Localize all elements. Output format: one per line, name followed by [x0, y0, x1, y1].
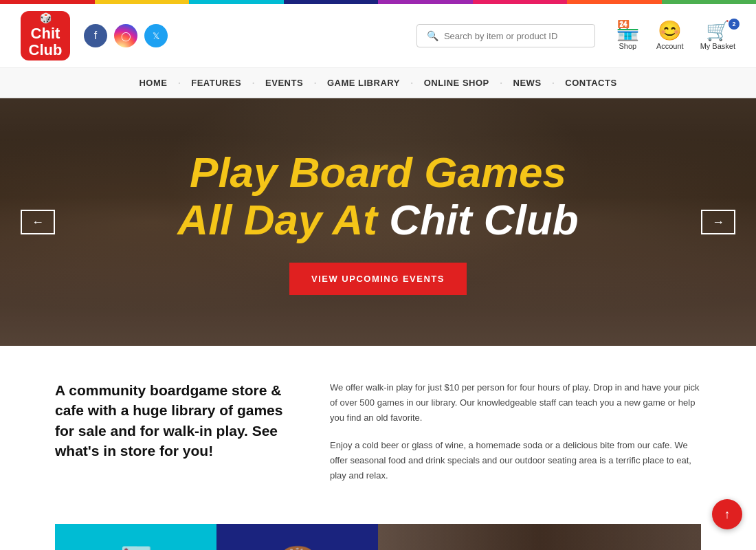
nav-dot-3: • [314, 80, 316, 86]
nav-dot-2: • [252, 80, 254, 86]
main-nav: HOME • FEATURES • EVENTS • GAME LIBRARY … [0, 68, 756, 98]
logo-dice: 🎲 [40, 13, 52, 23]
hero-title-white: Chit Club [389, 196, 579, 243]
hero-title-line2: All Day At Chit Club [177, 197, 578, 243]
header: 🎲 Chit Club f ◯ 𝕏 🔍 🏪 Shop 😊 Account 🛒 2… [0, 4, 756, 68]
account-button[interactable]: 😊 Account [656, 21, 684, 50]
about-paragraph-1: We offer walk-in play for just $10 per p… [330, 380, 701, 426]
nav-features[interactable]: FEATURES [191, 68, 241, 98]
about-text-container: We offer walk-in play for just $10 per p… [330, 380, 701, 496]
nav-dot-6: • [553, 80, 555, 86]
basket-button[interactable]: 🛒 2 My Basket [700, 21, 735, 50]
social-icons: f ◯ 𝕏 [84, 24, 168, 47]
nav-events[interactable]: EVENTS [265, 68, 303, 98]
nav-home[interactable]: HOME [139, 68, 167, 98]
about-heading: A community boardgame store & cafe with … [55, 380, 289, 461]
hero-title-line1: Play Board Games [177, 149, 578, 196]
basket-label: My Basket [700, 42, 735, 50]
hero-prev-button[interactable]: ← [21, 210, 55, 234]
hero-title-yellow: All Day At [177, 196, 389, 243]
search-input[interactable] [444, 31, 585, 41]
nav-dot-5: • [500, 80, 502, 86]
right-arrow-icon: → [712, 215, 724, 230]
search-icon: 🔍 [427, 30, 438, 41]
nav-contacts[interactable]: CONTACTS [565, 68, 616, 98]
about-section: A community boardgame store & cafe with … [0, 346, 756, 524]
account-icon: 😊 [658, 21, 682, 41]
hero-content: Play Board Games All Day At Chit Club VI… [177, 149, 578, 294]
nav-online-shop[interactable]: ONLINE SHOP [424, 68, 489, 98]
shop-button[interactable]: 🏪 Shop [616, 21, 640, 50]
cafe-card-icon: 🍔 [276, 545, 319, 550]
top-color-bar [0, 0, 756, 4]
about-paragraph-2: Enjoy a cold beer or glass of wine, a ho… [330, 438, 701, 483]
scroll-up-icon: ↑ [724, 507, 731, 522]
logo[interactable]: 🎲 Chit Club [21, 11, 70, 60]
logo-text-line1: Chit [31, 25, 60, 42]
search-bar: 🔍 [416, 24, 595, 47]
games-card-icon: 🃏 [115, 545, 157, 550]
scroll-to-top-button[interactable]: ↑ [712, 499, 742, 529]
logo-text-line2: Club [29, 42, 63, 58]
hero-next-button[interactable]: → [701, 210, 735, 234]
hero-section: ← Play Board Games All Day At Chit Club … [0, 98, 756, 346]
about-heading-container: A community boardgame store & cafe with … [55, 380, 289, 461]
left-arrow-icon: ← [32, 215, 44, 230]
feature-card-games[interactable]: 🃏 [55, 524, 216, 550]
feature-cards-row: 🃏 🍔 [0, 524, 756, 550]
shop-label: Shop [619, 42, 637, 50]
hero-cta-button[interactable]: VIEW UPCOMING EVENTS [289, 263, 467, 295]
facebook-icon[interactable]: f [84, 24, 107, 47]
account-label: Account [656, 42, 684, 50]
shop-icon: 🏪 [616, 21, 640, 41]
basket-badge: 2 [729, 19, 740, 30]
header-actions: 🏪 Shop 😊 Account 🛒 2 My Basket [616, 21, 735, 50]
basket-icon: 🛒 [706, 21, 730, 41]
nav-news[interactable]: NEWS [513, 68, 542, 98]
nav-dot-1: • [178, 80, 180, 86]
feature-card-cafe[interactable]: 🍔 [216, 524, 378, 550]
nav-dot-4: • [411, 80, 413, 86]
twitter-icon[interactable]: 𝕏 [144, 24, 168, 47]
instagram-icon[interactable]: ◯ [114, 24, 137, 47]
feature-card-photo [378, 524, 701, 550]
nav-game-library[interactable]: GAME LIBRARY [327, 68, 400, 98]
